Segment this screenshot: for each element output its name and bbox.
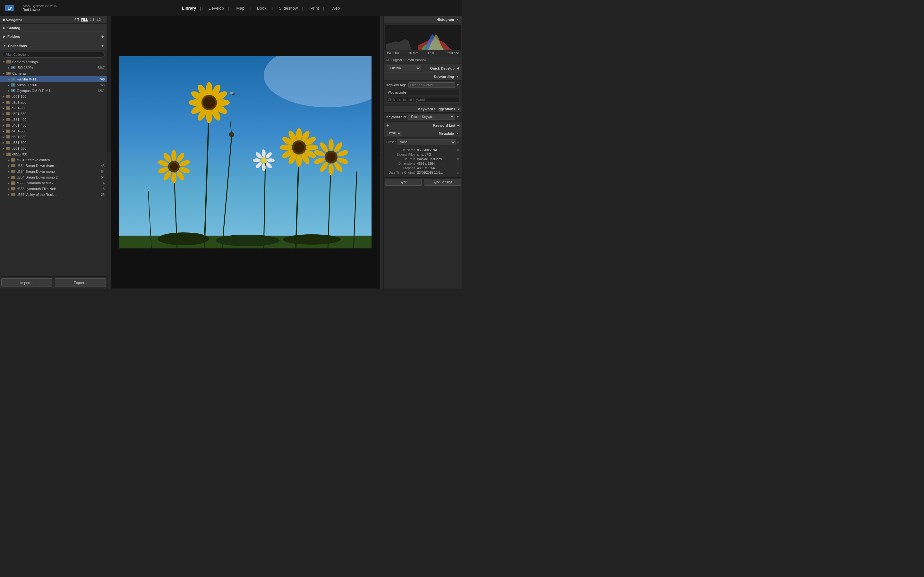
sync-settings-button[interactable]: Sync Settings xyxy=(424,179,461,185)
folders-add-btn[interactable]: + xyxy=(102,34,104,39)
d654-brean-dram-item[interactable]: ▶ □ d654 Brean Down dram... 45 xyxy=(0,163,107,169)
svg-point-18 xyxy=(206,109,212,123)
d651-kestoke-item[interactable]: ▶ □ d651 Kestoke church... 11 xyxy=(0,157,107,163)
keyword-tags-dropdown[interactable]: ▼ xyxy=(456,83,459,87)
d551-600-item[interactable]: ▶ □ d551-600 xyxy=(0,140,107,145)
filename-key: File Name xyxy=(386,148,415,152)
d656-label: d656 Lynmouth Film Noir xyxy=(17,187,56,191)
main-image xyxy=(120,56,372,248)
d201-icon: □ xyxy=(6,106,10,110)
keyword-list-arrow: ◀ xyxy=(457,124,459,127)
keyword-set-dropdown[interactable]: ▼ xyxy=(456,115,459,119)
collections-add-btn[interactable]: + xyxy=(102,43,104,48)
nav-book[interactable]: Book xyxy=(252,0,272,16)
filepath-copy-btn[interactable]: ⊞ xyxy=(457,158,459,161)
d651-700-item[interactable]: ▼ □ d651-700 xyxy=(0,151,107,157)
quick-develop-header[interactable]: Custom Quick Develop ◀ xyxy=(384,63,462,73)
olympus-item[interactable]: ▶ ★ Olympus OM-D E-M1 1261 xyxy=(0,88,107,93)
fujifilm-label: Fujifilm X-T1 xyxy=(17,77,37,81)
metadata-datetime-row: Date Time Original 23/06/2015 11:5... ⊞ xyxy=(386,171,459,174)
keywording-label: Keywording xyxy=(387,75,454,79)
d451-label: d451-500 xyxy=(11,129,27,133)
fujifilm-icon: ★ xyxy=(11,77,15,81)
preset-dropdown[interactable]: ▼ xyxy=(457,141,459,144)
nav-menu: Library | Develop | Map | Book | Slidesh… xyxy=(60,0,462,16)
nikon-label: Nikon D7200 xyxy=(17,83,37,87)
d654-brean-mono-item[interactable]: ▶ □ d654 Brean Down mono 54 xyxy=(0,169,107,174)
iso-1600-item[interactable]: ▶ ★ ISO 1600+ 6367 xyxy=(0,65,107,71)
nav-library[interactable]: Library xyxy=(177,0,201,16)
collections-collapse-btn[interactable]: — xyxy=(29,44,33,48)
keyword-suggestions-row[interactable]: Keyword Suggestions ◀ xyxy=(384,106,462,112)
d656-film-noir-item[interactable]: ▶ □ d656 Lynmouth Film Noir 8 xyxy=(0,186,107,192)
keyword-list-plus[interactable]: + xyxy=(386,123,389,128)
one-two-btn[interactable]: 1:2 xyxy=(96,18,101,21)
d301-350-item[interactable]: ▶ □ d301-350 xyxy=(0,111,107,117)
d451-500-item[interactable]: ▶ □ d451-500 xyxy=(0,128,107,134)
sync-button[interactable]: Sync xyxy=(384,179,422,185)
metadata-preset-row: Preset None ▼ xyxy=(384,138,462,147)
collections-header[interactable]: ▼ Collections — + xyxy=(0,41,107,50)
quick-develop-arrow: ◀ xyxy=(457,67,459,70)
datetime-copy-btn[interactable]: ⊞ xyxy=(457,171,459,174)
import-button[interactable]: Import... xyxy=(1,278,52,287)
nav-develop[interactable]: Develop xyxy=(204,0,229,16)
histogram-header[interactable]: Histogram ▼ xyxy=(384,16,462,23)
d654-brean-mono2-item[interactable]: ▶ □ d654 Brean Down mono 2 54 xyxy=(0,174,107,180)
keyword-tags-input[interactable] xyxy=(409,82,455,88)
d301-label: d301-350 xyxy=(11,112,27,116)
d401-450-item[interactable]: ▶ □ d401-450 xyxy=(0,122,107,128)
right-panel-collapse-arrow[interactable]: › xyxy=(380,16,383,288)
nikon-item[interactable]: ▶ ★ Nikon D7200 768 xyxy=(0,82,107,88)
d001-icon: □ xyxy=(6,95,10,98)
catalog-header[interactable]: ▶ Catalog xyxy=(0,24,107,32)
svg-point-63 xyxy=(170,163,178,171)
camera-settings-group[interactable]: ▼ ≡ Camera settings xyxy=(0,59,107,65)
metadata-exif-select[interactable]: EXIF xyxy=(387,131,402,136)
d351-400-item[interactable]: ▶ □ d351-400 xyxy=(0,117,107,122)
fill-btn[interactable]: FILL xyxy=(81,18,88,21)
keyword-set-select[interactable]: Recent Keywo... xyxy=(408,114,455,120)
navigator-triangle: ▶ xyxy=(3,18,6,22)
quick-develop-preset-select[interactable]: Custom xyxy=(387,65,421,71)
metadata-preset-select[interactable]: None xyxy=(397,139,456,145)
main-image-container xyxy=(111,16,380,288)
keywording-header[interactable]: Keywording ▼ xyxy=(384,73,462,81)
nav-map[interactable]: Map xyxy=(231,0,250,16)
d654-mono2-icon: □ xyxy=(11,176,15,179)
left-panel-collapse-arrow[interactable]: ‹ xyxy=(107,152,111,288)
d501-550-item[interactable]: ▶ □ d501-550 xyxy=(0,134,107,140)
d655-icon: □ xyxy=(11,181,15,185)
export-button[interactable]: Export... xyxy=(55,278,106,287)
svg-point-57 xyxy=(171,172,176,183)
d655-lynmouth-item[interactable]: ▶ □ d655 Lynmouth at dusk 4 xyxy=(0,180,107,186)
d351-label: d351-400 xyxy=(11,118,27,121)
keyword-tags-row: Keyword Tags ▼ xyxy=(386,82,459,88)
keyword-click-area[interactable]: Click here to add keywords... xyxy=(386,97,459,103)
hist-iso: ISO 200 xyxy=(387,51,399,55)
d201-300-item[interactable]: ▶ □ d201-300 xyxy=(0,105,107,111)
fit-btn[interactable]: FIT xyxy=(74,18,79,21)
nav-slideshow[interactable]: Slideshow xyxy=(274,0,303,16)
d601-650-item[interactable]: ▶ □ d601-650 xyxy=(0,145,107,151)
one-one-btn[interactable]: 1:1 xyxy=(90,18,94,21)
d201-label: d201-300 xyxy=(11,106,27,110)
folders-header[interactable]: ▶ Folders + xyxy=(0,32,107,41)
filename-copy-btn[interactable]: ⊞ xyxy=(457,149,459,152)
keyword-set-label: Keyword Set xyxy=(386,115,406,119)
collections-label: Collections xyxy=(8,44,27,48)
user-info: Adobe Lightroom CC 2015 Rod Lawton xyxy=(19,5,60,11)
metadata-header[interactable]: EXIF Metadata ▼ xyxy=(384,129,462,138)
d657-valley-item[interactable]: ▶ □ d657 Valley of the Rock... 25 xyxy=(0,192,107,197)
nav-web[interactable]: Web xyxy=(326,0,345,16)
svg-point-12 xyxy=(206,82,212,96)
datetime-val: 23/06/2015 11:5... ⊞ xyxy=(417,171,459,174)
cameras-group[interactable]: ▼ ≡ Cameras xyxy=(0,71,107,76)
d101-200-item[interactable]: ▶ □ d101-200 xyxy=(0,99,107,105)
nav-print[interactable]: Print xyxy=(305,0,324,16)
d651-kestoke-count: 11 xyxy=(101,158,105,162)
d654-mono-label: d654 Brean Down mono xyxy=(17,169,55,173)
d001-100-item[interactable]: ▶ □ d001-100 xyxy=(0,93,107,99)
collections-filter-input[interactable] xyxy=(3,52,105,58)
fujifilm-item[interactable]: ▶ ★ Fujifilm X-T1 740 xyxy=(0,76,107,82)
